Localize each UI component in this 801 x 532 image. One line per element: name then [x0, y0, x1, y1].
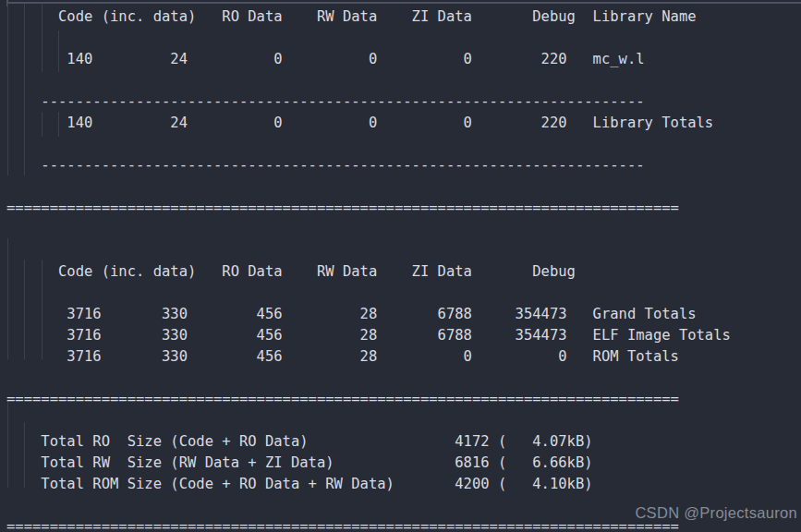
total-rom-size-line: Total ROM Size (Code + RO Data + RW Data… — [6, 474, 731, 495]
pane-top-border — [6, 2, 801, 4]
blank-line — [6, 495, 731, 516]
blank-line — [6, 134, 731, 155]
equals-separator-line: ========================================… — [6, 516, 731, 532]
equals-separator-line: ========================================… — [6, 389, 731, 410]
table2-header-line: Code (inc. data) RO Data RW Data ZI Data… — [6, 261, 731, 283]
table2-row-rom-totals: 3716 330 456 28 0 0 ROM Totals — [6, 346, 731, 368]
table2-row-elf-image-totals: 3716 330 456 28 6788 354473 ELF Image To… — [6, 325, 731, 346]
equals-separator-line: ========================================… — [6, 198, 731, 219]
table1-row-mc-w-l: 140 24 0 0 0 220 mc_w.l — [6, 49, 731, 70]
blank-line — [6, 70, 731, 91]
map-file-text: Code (inc. data) RO Data RW Data ZI Data… — [6, 6, 731, 532]
blank-line — [6, 283, 731, 304]
dash-separator-line: ----------------------------------------… — [6, 155, 731, 176]
table1-header-line: Code (inc. data) RO Data RW Data ZI Data… — [6, 6, 731, 28]
blank-line — [6, 240, 731, 261]
csdn-watermark: CSDN @Projectsauron — [635, 504, 797, 522]
blank-line — [6, 410, 731, 431]
table2-row-grand-totals: 3716 330 456 28 6788 354473 Grand Totals — [6, 304, 731, 325]
blank-line — [6, 28, 731, 49]
dash-separator-line: ----------------------------------------… — [6, 91, 731, 113]
total-rw-size-line: Total RW Size (RW Data + ZI Data) 6816 (… — [6, 453, 731, 474]
table1-row-library-totals: 140 24 0 0 0 220 Library Totals — [6, 113, 731, 134]
total-ro-size-line: Total RO Size (Code + RO Data) 4172 ( 4.… — [6, 431, 731, 453]
editor-viewport[interactable]: Code (inc. data) RO Data RW Data ZI Data… — [0, 0, 801, 532]
blank-line — [6, 368, 731, 389]
blank-line — [6, 219, 731, 240]
blank-line — [6, 176, 731, 198]
